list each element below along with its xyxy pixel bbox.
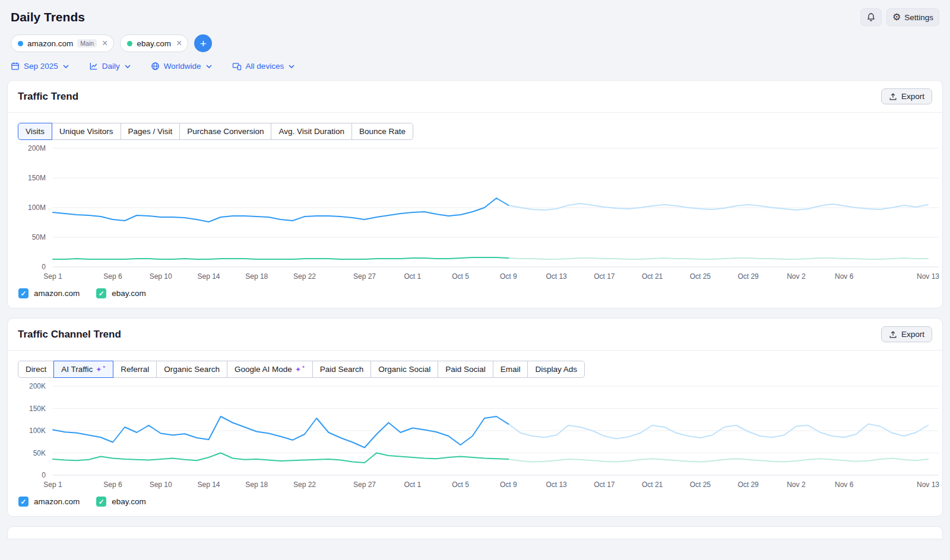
x-tick-label: Oct 9 — [500, 272, 517, 281]
filter-location[interactable]: Worldwide — [151, 62, 212, 71]
y-tick-label: 200K — [29, 382, 46, 390]
domain-chips: amazon.com Main × ebay.com × + — [7, 34, 943, 62]
x-tick-label: Nov 2 — [787, 481, 806, 489]
chip-label: amazon.com — [27, 39, 73, 48]
series-ebay.com — [53, 453, 508, 463]
legend-label: amazon.com — [34, 497, 80, 506]
x-tick-label: Sep 1 — [43, 272, 62, 281]
series-forecast-amazon.com — [508, 203, 928, 210]
settings-button[interactable]: ⚙ Settings — [886, 8, 939, 26]
legend-amazon[interactable]: ✓ amazon.com — [18, 288, 80, 298]
tab-organic-social[interactable]: Organic Social — [370, 361, 438, 378]
tab-bounce-rate[interactable]: Bounce Rate — [352, 123, 413, 140]
legend-ebay[interactable]: ✓ ebay.com — [96, 497, 146, 507]
tab-unique-visitors[interactable]: Unique Visitors — [52, 123, 121, 140]
add-domain-button[interactable]: + — [194, 34, 212, 52]
legend-amazon[interactable]: ✓ amazon.com — [18, 497, 80, 507]
series-amazon.com — [53, 198, 508, 222]
filter-label: Sep 2025 — [24, 62, 58, 71]
amazon-dot-icon — [18, 41, 23, 46]
tab-visits[interactable]: Visits — [18, 123, 52, 140]
y-tick-label: 100M — [28, 203, 46, 212]
filter-label: All devices — [246, 62, 284, 71]
legend-ebay[interactable]: ✓ ebay.com — [96, 288, 146, 298]
y-tick-label: 150M — [28, 174, 46, 182]
x-tick-label: Oct 21 — [642, 272, 663, 281]
traffic-trend-chart: 200M150M100M50M0Sep 1Sep 6Sep 10Sep 14Se… — [8, 142, 942, 284]
topbar-actions: ⚙ Settings — [860, 8, 939, 26]
x-tick-label: Oct 29 — [737, 272, 759, 281]
bell-icon — [866, 12, 876, 22]
notifications-button[interactable] — [860, 8, 882, 26]
card-title: Traffic Trend — [18, 91, 78, 103]
export-label: Export — [901, 330, 924, 339]
x-tick-label: Sep 10 — [150, 272, 172, 281]
chevron-down-icon — [63, 65, 69, 68]
x-tick-label: Oct 13 — [546, 272, 567, 281]
x-tick-label: Sep 14 — [197, 272, 220, 281]
x-tick-label: Oct 5 — [452, 272, 469, 281]
channel-tabs: Direct AI Traffic Referral Organic Searc… — [18, 361, 585, 378]
calendar-icon — [11, 62, 20, 71]
x-tick-label: Nov 13 — [917, 481, 939, 489]
metric-tabs: Visits Unique Visitors Pages / Visit Pur… — [18, 123, 413, 140]
tab-email[interactable]: Email — [493, 361, 528, 378]
traffic-channel-legend: ✓ amazon.com ✓ ebay.com — [8, 492, 942, 516]
x-tick-label: Sep 18 — [245, 481, 268, 489]
traffic-channel-trend-card: Traffic Channel Trend Export Direct AI T… — [7, 318, 943, 517]
domain-chip-amazon[interactable]: amazon.com Main × — [11, 34, 114, 52]
x-tick-label: Oct 1 — [404, 272, 421, 281]
checkbox-checked-icon: ✓ — [18, 288, 28, 298]
filter-granularity[interactable]: Daily — [89, 62, 131, 71]
next-card-partial — [7, 526, 943, 539]
remove-amazon-button[interactable]: × — [101, 39, 107, 48]
x-tick-label: Nov 2 — [787, 272, 806, 281]
x-tick-label: Oct 5 — [452, 481, 469, 489]
tab-label: Google AI Mode — [235, 365, 292, 374]
tab-avg-visit-duration[interactable]: Avg. Visit Duration — [271, 123, 352, 140]
y-tick-label: 50M — [32, 233, 46, 241]
traffic-channel-trend-header: Traffic Channel Trend Export — [8, 319, 942, 351]
tab-ai-traffic[interactable]: AI Traffic — [53, 361, 113, 378]
tab-purchase-conversion[interactable]: Purchase Conversion — [179, 123, 271, 140]
traffic-trend-card: Traffic Trend Export Visits Unique Visit… — [7, 80, 943, 308]
series-forecast-ebay.com — [508, 258, 928, 259]
tab-referral[interactable]: Referral — [113, 361, 157, 378]
x-tick-label: Oct 21 — [642, 481, 663, 489]
chip-label: ebay.com — [137, 39, 171, 48]
tab-google-ai-mode[interactable]: Google AI Mode — [227, 361, 313, 378]
page-title: Daily Trends — [11, 10, 85, 24]
gear-icon: ⚙ — [892, 12, 901, 22]
tab-paid-search[interactable]: Paid Search — [312, 361, 372, 378]
filter-devices[interactable]: All devices — [232, 62, 295, 71]
x-tick-label: Oct 25 — [690, 481, 711, 489]
tab-pages-per-visit[interactable]: Pages / Visit — [121, 123, 180, 140]
series-ebay.com — [53, 257, 508, 259]
x-tick-label: Nov 13 — [917, 272, 939, 281]
x-tick-label: Sep 18 — [245, 272, 268, 281]
chevron-down-icon — [289, 65, 294, 68]
x-tick-label: Oct 17 — [594, 272, 615, 281]
y-tick-label: 50K — [33, 449, 46, 457]
export-button[interactable]: Export — [881, 326, 932, 342]
filter-date-range[interactable]: Sep 2025 — [11, 62, 69, 71]
x-tick-label: Sep 1 — [43, 481, 62, 489]
export-button[interactable]: Export — [881, 88, 932, 104]
main-badge: Main — [77, 39, 97, 48]
chevron-down-icon — [125, 65, 131, 68]
x-tick-label: Oct 13 — [546, 481, 567, 489]
legend-label: ebay.com — [112, 289, 146, 298]
card-title: Traffic Channel Trend — [18, 329, 121, 341]
devices-icon — [232, 62, 242, 71]
remove-ebay-button[interactable]: × — [175, 39, 182, 48]
tab-organic-search[interactable]: Organic Search — [156, 361, 227, 378]
x-tick-label: Sep 27 — [353, 481, 376, 489]
tab-display-ads[interactable]: Display Ads — [527, 361, 585, 378]
x-tick-label: Sep 14 — [197, 481, 220, 489]
export-icon — [889, 93, 897, 101]
domain-chip-ebay[interactable]: ebay.com × — [120, 34, 188, 52]
legend-label: amazon.com — [34, 289, 80, 298]
tab-paid-social[interactable]: Paid Social — [438, 361, 493, 378]
y-tick-label: 0 — [42, 471, 46, 479]
tab-direct[interactable]: Direct — [18, 361, 54, 378]
